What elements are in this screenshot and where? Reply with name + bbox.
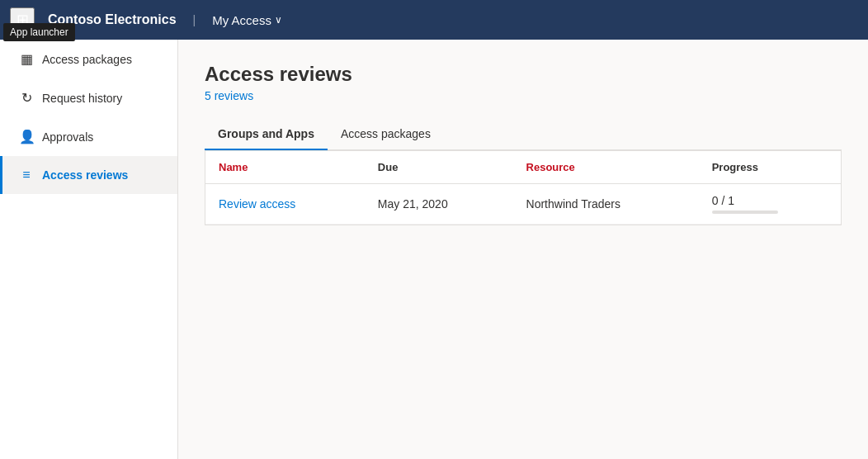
col-header-name[interactable]: Name <box>205 151 365 184</box>
sidebar: ▦ Access packages ↻ Request history 👤 Ap… <box>0 40 178 459</box>
chevron-down-icon: ∨ <box>275 14 282 26</box>
access-reviews-icon: ≡ <box>19 168 34 182</box>
col-header-resource[interactable]: Resource <box>513 151 699 184</box>
row-name-link[interactable]: Review access <box>205 184 365 225</box>
reviews-table: Name Due Resource Progress Review access… <box>205 151 841 225</box>
main-content: Access reviews 5 reviews Groups and Apps… <box>178 40 868 459</box>
row-due: May 21, 2020 <box>365 184 513 225</box>
approvals-icon: 👤 <box>19 129 34 144</box>
row-progress: 0 / 1 <box>699 184 841 225</box>
my-access-label: My Access <box>212 13 271 27</box>
tab-access-packages[interactable]: Access packages <box>328 119 444 150</box>
sidebar-item-approvals-label: Approvals <box>42 130 93 144</box>
sidebar-item-access-packages-label: Access packages <box>42 53 132 66</box>
app-launcher-tooltip: App launcher <box>3 23 75 41</box>
sidebar-item-request-history[interactable]: ↻ Request history <box>0 78 177 117</box>
page-title: Access reviews <box>205 63 842 86</box>
tabs: Groups and Apps Access packages <box>205 119 842 150</box>
main-layout: ▦ Access packages ↻ Request history 👤 Ap… <box>0 40 868 459</box>
col-header-due: Due <box>365 151 513 184</box>
reviews-table-container: Name Due Resource Progress Review access… <box>205 150 842 225</box>
access-packages-icon: ▦ <box>19 51 34 67</box>
sidebar-item-access-reviews-label: Access reviews <box>42 168 128 182</box>
row-resource: Northwind Traders <box>513 184 699 225</box>
tab-groups-and-apps[interactable]: Groups and Apps <box>205 119 328 150</box>
sidebar-item-request-history-label: Request history <box>42 92 122 105</box>
sidebar-item-access-reviews[interactable]: ≡ Access reviews <box>0 156 177 194</box>
progress-bar-container: 0 / 1 <box>712 194 828 214</box>
progress-bar <box>712 211 778 214</box>
table-header-row: Name Due Resource Progress <box>205 151 841 184</box>
sidebar-item-access-packages[interactable]: ▦ Access packages <box>0 40 177 78</box>
table-row: Review access May 21, 2020 Northwind Tra… <box>205 184 841 225</box>
sidebar-item-approvals[interactable]: 👤 Approvals <box>0 117 177 156</box>
reviews-count: 5 reviews <box>205 89 842 102</box>
top-nav: App launcher ⊞ Contoso Electronics | My … <box>0 0 868 40</box>
request-history-icon: ↻ <box>19 90 34 106</box>
nav-separator: | <box>193 13 196 26</box>
my-access-nav[interactable]: My Access ∨ <box>212 13 282 27</box>
progress-text: 0 / 1 <box>712 194 828 207</box>
col-header-progress: Progress <box>699 151 841 184</box>
